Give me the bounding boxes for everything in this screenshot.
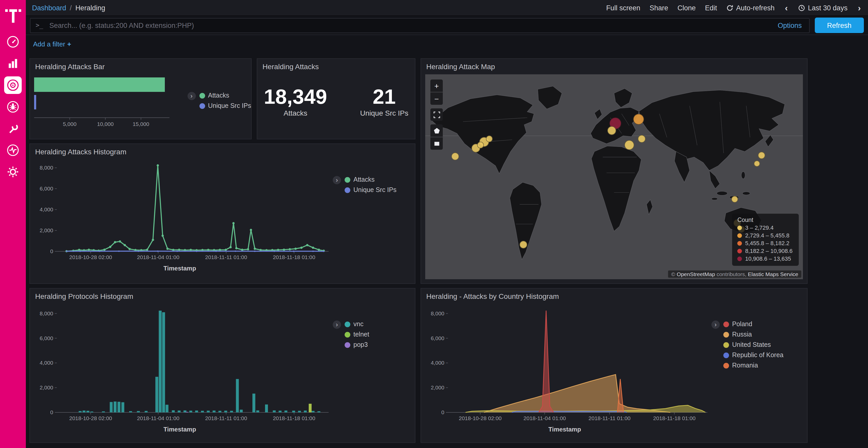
bar-chart-icon: [6, 57, 20, 70]
legend-collapse-icon[interactable]: ›: [333, 320, 341, 329]
legend-items: vnctelnetpop3: [345, 320, 369, 348]
map-legend-row: 10,908.6 – 13,635: [738, 255, 793, 262]
legend-item[interactable]: pop3: [345, 341, 369, 348]
metric-value: 21: [360, 86, 408, 107]
fit-bounds-button[interactable]: [430, 108, 443, 121]
time-range-picker[interactable]: Last 30 days: [798, 4, 847, 12]
sidebar-item-bug[interactable]: [4, 98, 22, 115]
search-options-link[interactable]: Options: [778, 22, 802, 29]
rectangle-filter-button[interactable]: [430, 137, 443, 150]
search-input[interactable]: [48, 21, 778, 30]
dashboard-grid: Heralding Attacks Bar 5,00010,00015,000 …: [26, 51, 868, 448]
protocols-bar-chart[interactable]: 02,0004,0006,0008,0002018-10-28 02:00201…: [33, 302, 333, 426]
country-area-chart[interactable]: 02,0004,0006,0008,0002018-10-28 02:00201…: [424, 302, 711, 426]
legend-items: AttacksUnique Src IPs: [345, 176, 397, 194]
zoom-in-button[interactable]: +: [430, 79, 443, 92]
metric-label: Attacks: [264, 109, 327, 117]
heartbeat-icon: [6, 143, 20, 157]
nav-action-button[interactable]: Clone: [678, 4, 696, 12]
svg-text:0: 0: [50, 409, 53, 415]
panel-title: Heralding - Attacks by Country Histogram: [421, 288, 807, 302]
sidebar-item-analytics[interactable]: [4, 55, 22, 72]
nav-action-button[interactable]: Full screen: [606, 4, 640, 12]
sidebar-item-dashboard[interactable]: [4, 33, 22, 50]
crop-icon: [433, 111, 440, 118]
zoom-out-button[interactable]: −: [430, 92, 443, 105]
time-forward-chevron-icon[interactable]: ›: [857, 3, 862, 12]
osm-link[interactable]: OpenStreetMap: [677, 271, 715, 277]
attacks-bar-chart[interactable]: 5,00010,00015,000: [33, 72, 187, 132]
legend-collapse-icon[interactable]: ›: [333, 176, 341, 184]
legend-item[interactable]: vnc: [345, 320, 369, 328]
legend-item[interactable]: Unique Src IPs: [199, 102, 251, 109]
sidebar-item-settings[interactable]: [4, 163, 22, 181]
world-map[interactable]: + −: [425, 74, 803, 279]
legend-item[interactable]: telnet: [345, 331, 369, 338]
metric: 18,349Attacks: [264, 86, 327, 117]
attacks-line-chart[interactable]: 02,0004,0006,0008,0002018-10-28 02:00201…: [33, 158, 333, 265]
svg-text:10,000: 10,000: [97, 121, 114, 127]
sidebar-nav: [4, 33, 22, 181]
legend-item[interactable]: Unique Src IPs: [345, 186, 397, 194]
panel-heralding-attacks-bar: Heralding Attacks Bar 5,00010,00015,000 …: [29, 58, 252, 139]
breadcrumb-dashboard-link[interactable]: Dashboard: [32, 4, 66, 12]
map-marker: [607, 126, 616, 135]
map-marker: [624, 140, 634, 150]
panel-title: Heralding Attack Map: [421, 59, 807, 72]
telekom-logo[interactable]: [5, 5, 21, 22]
terminal-prompt-icon: >_: [36, 22, 43, 29]
chart-legend: › AttacksUnique Src IPs: [333, 158, 397, 194]
legend-collapse-icon[interactable]: ›: [711, 320, 720, 329]
svg-text:2,000: 2,000: [39, 227, 53, 233]
x-axis-label: Timestamp: [30, 426, 330, 433]
map-count-legend: Count 3 – 2,729.42,729.4 – 5,455.85,455.…: [733, 214, 799, 266]
svg-text:2018-11-18 01:00: 2018-11-18 01:00: [653, 415, 695, 421]
svg-text:6,000: 6,000: [39, 185, 53, 192]
legend-item[interactable]: United States: [723, 341, 783, 348]
legend-item[interactable]: Poland: [723, 320, 783, 328]
svg-text:8,000: 8,000: [39, 165, 53, 171]
legend-item[interactable]: Republic of Korea: [723, 351, 783, 359]
bug-icon: [6, 100, 20, 113]
legend-item[interactable]: Russia: [723, 331, 783, 338]
nav-action-list: Full screenShareCloneEdit: [606, 4, 717, 12]
sidebar-item-tools[interactable]: [4, 120, 22, 137]
panel-heralding-attacks-by-country: Heralding - Attacks by Country Histogram…: [421, 288, 808, 443]
nav-action-button[interactable]: Edit: [705, 4, 717, 12]
metric: 21Unique Src IPs: [360, 86, 408, 117]
rectangle-tool-icon: [433, 140, 440, 147]
time-back-chevron-icon[interactable]: ‹: [784, 3, 789, 12]
logo-t-stem: [11, 9, 14, 23]
svg-text:0: 0: [441, 409, 444, 415]
map-marker: [452, 152, 459, 160]
svg-text:2018-11-11 01:00: 2018-11-11 01:00: [205, 254, 247, 260]
sidebar-item-health[interactable]: [4, 141, 22, 159]
chart-legend: › vnctelnetpop3: [333, 302, 369, 348]
legend-item[interactable]: Romania: [723, 362, 783, 369]
breadcrumb-separator: /: [70, 4, 72, 12]
svg-text:6,000: 6,000: [431, 335, 444, 341]
panel-title: Heralding Attacks Bar: [30, 59, 251, 72]
map-marker: [732, 196, 738, 203]
legend-item[interactable]: Attacks: [345, 176, 397, 183]
polygon-filter-button[interactable]: [430, 125, 443, 137]
add-filter-label: Add a filter: [33, 40, 65, 48]
x-axis-label: Timestamp: [30, 265, 330, 272]
map-marker: [758, 152, 765, 159]
ems-link[interactable]: Elastic Maps Service: [748, 271, 798, 277]
svg-text:8,000: 8,000: [39, 310, 53, 316]
gear-icon: [6, 165, 20, 179]
legend-collapse-icon[interactable]: ›: [187, 92, 195, 100]
sidebar-item-attack-map[interactable]: [4, 76, 22, 94]
top-nav-actions: Full screenShareCloneEdit Auto-refresh ‹…: [606, 3, 862, 12]
map-marker: [520, 241, 527, 248]
refresh-button[interactable]: Refresh: [814, 18, 864, 33]
nav-action-button[interactable]: Share: [649, 4, 668, 12]
svg-text:2018-10-28 02:00: 2018-10-28 02:00: [69, 254, 112, 260]
auto-refresh-button[interactable]: Auto-refresh: [726, 4, 775, 12]
add-filter-link[interactable]: Add a filter+: [33, 40, 71, 48]
panel-title: Heralding Attacks Histogram: [30, 144, 415, 158]
attribution-text: contributors,: [717, 271, 747, 277]
legend-item[interactable]: Attacks: [199, 92, 251, 99]
svg-text:4,000: 4,000: [39, 206, 53, 212]
